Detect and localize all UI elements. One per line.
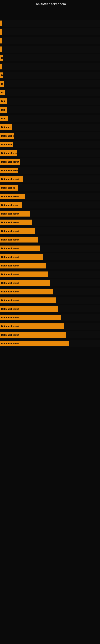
bar-text-17: Bottleneck result [1, 160, 19, 163]
bar-row-27: Bottleneck result [0, 245, 100, 252]
bar-text-20: Bottleneck re [1, 186, 15, 189]
bar-text-27: Bottleneck result [1, 247, 19, 250]
bar-text-21: Bottleneck result [1, 195, 19, 198]
bar-text-5: B [1, 57, 3, 59]
bar-row-15: Bottleneck [0, 141, 100, 148]
bar-text-29: Bottleneck result [1, 264, 19, 267]
bar-text-23: Bottleneck result [1, 212, 19, 215]
bar-text-13: Bottlenec [1, 126, 11, 128]
bar-row-16: Bottleneck resu [0, 150, 100, 156]
bar-row-30: Bottleneck result [0, 271, 100, 278]
bar-row-2 [0, 28, 100, 36]
bar-text-31: Bottleneck result [1, 282, 19, 284]
bar-row-25: Bottleneck result [0, 228, 100, 234]
bar-text-25: Bottleneck result [1, 230, 19, 232]
bar-text-26: Bottleneck result [1, 238, 19, 241]
bar-text-12: Bott [1, 117, 6, 120]
bar-text-38: Bottleneck result [1, 342, 19, 345]
bar-row-1 [0, 20, 100, 27]
bar-row-24: Bottleneck result [0, 219, 100, 226]
bar-row-14: Bottleneck re [0, 132, 100, 139]
bar-text-34: Bottleneck result [1, 308, 19, 310]
bar-text-18: Bottleneck resu [1, 169, 18, 172]
bar-text-37: Bottleneck result [1, 334, 19, 336]
bar-text-19: Bottleneck result [1, 178, 19, 180]
bar-row-6 [0, 63, 100, 70]
bar-text-11: Bot [1, 109, 5, 111]
bar-text-7: B [1, 74, 3, 76]
bar-text-14: Bottleneck re [1, 135, 15, 137]
bar-row-11: Bot [0, 106, 100, 113]
bar-text-15: Bottleneck [1, 143, 12, 146]
bar-row-7: B [0, 72, 100, 79]
bar-row-26: Bottleneck result [0, 236, 100, 243]
bar-row-33: Bottleneck result [0, 297, 100, 304]
bar-row-17: Bottleneck result [0, 158, 100, 165]
bar-row-37: Bottleneck result [0, 331, 100, 338]
bar-text-28: Bottleneck result [1, 256, 19, 258]
bar-row-13: Bottlenec [0, 124, 100, 130]
bar-row-38: Bottleneck result [0, 340, 100, 347]
bar-row-32: Bottleneck result [0, 288, 100, 295]
bar-row-19: Bottleneck result [0, 176, 100, 182]
bar-text-8: B [1, 83, 3, 85]
bar-row-29: Bottleneck result [0, 262, 100, 269]
bar-row-3 [0, 37, 100, 44]
bar-row-35: Bottleneck result [0, 314, 100, 321]
bar-row-4 [0, 46, 100, 53]
bar-text-9: Bo [1, 91, 4, 94]
bar-row-9: Bo [0, 89, 100, 96]
bar-row-18: Bottleneck resu [0, 167, 100, 174]
bar-text-33: Bottleneck result [1, 299, 19, 302]
bar-row-22: Bottleneck resu [0, 202, 100, 208]
bars-section: B B B Bo Bott Bot Bott Bottlenec [0, 20, 100, 347]
bar-text-35: Bottleneck result [1, 316, 19, 319]
bar-text-10: Bott [1, 100, 6, 102]
bar-row-8: B [0, 80, 100, 87]
bar-text-24: Bottleneck result [1, 221, 19, 224]
bar-text-16: Bottleneck resu [1, 152, 18, 154]
bar-row-5: B [0, 54, 100, 62]
bar-row-10: Bott [0, 98, 100, 105]
bar-row-23: Bottleneck result [0, 210, 100, 217]
site-title: TheBottlenecker.com [0, 0, 100, 8]
bar-row-31: Bottleneck result [0, 279, 100, 286]
bar-text-22: Bottleneck resu [1, 204, 18, 206]
bar-row-20: Bottleneck re [0, 184, 100, 191]
bar-text-32: Bottleneck result [1, 290, 19, 293]
bar-text-30: Bottleneck result [1, 273, 19, 276]
bar-row-36: Bottleneck result [0, 322, 100, 330]
bar-row-12: Bott [0, 115, 100, 122]
bar-text-36: Bottleneck result [1, 325, 19, 328]
bar-row-28: Bottleneck result [0, 253, 100, 260]
bar-row-34: Bottleneck result [0, 305, 100, 312]
bar-row-21: Bottleneck result [0, 193, 100, 200]
